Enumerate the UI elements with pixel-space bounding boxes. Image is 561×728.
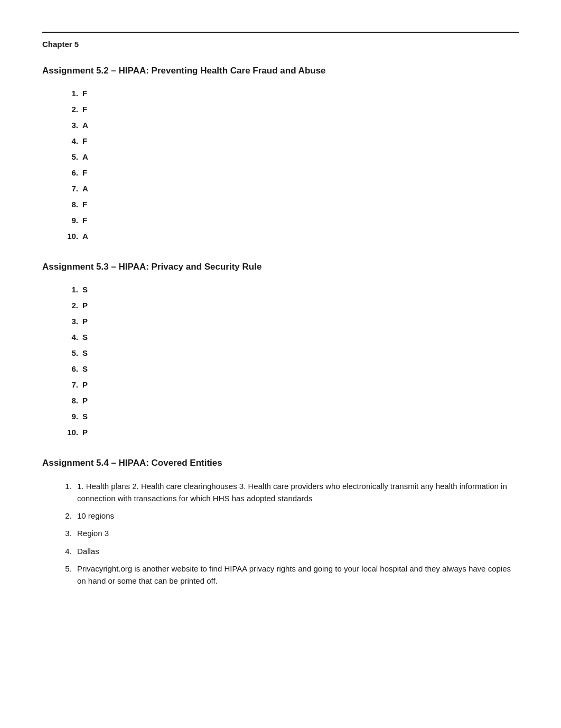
- list-item: 4.S: [63, 331, 519, 344]
- item-number: 7.: [63, 182, 78, 195]
- assignment-5-2-list: 1.F2.F3.A4.F5.A6.F7.A8.F9.F10.A: [42, 87, 519, 243]
- item-answer: S: [82, 331, 88, 344]
- item-number: 7.: [63, 379, 78, 391]
- list-item: 9.S: [63, 410, 519, 423]
- item-number: 3.: [63, 315, 78, 328]
- list-item: 10 regions: [74, 510, 519, 522]
- assignment-5-3-title: Assignment 5.3 – HIPAA: Privacy and Secu…: [42, 260, 519, 274]
- item-number: 10.: [63, 230, 78, 243]
- assignment-5-2-block: Assignment 5.2 – HIPAA: Preventing Healt…: [42, 63, 519, 243]
- assignment-5-4-title: Assignment 5.4 – HIPAA: Covered Entities: [42, 456, 519, 470]
- item-answer: P: [82, 315, 88, 328]
- list-item: 7.P: [63, 379, 519, 391]
- item-answer: P: [82, 394, 88, 407]
- item-answer: F: [82, 214, 87, 227]
- item-number: 8.: [63, 198, 78, 211]
- list-item: 9.F: [63, 214, 519, 227]
- item-answer: F: [82, 87, 87, 100]
- item-number: 1.: [63, 87, 78, 100]
- item-answer: P: [82, 299, 88, 312]
- item-answer: S: [82, 410, 88, 423]
- item-number: 4.: [63, 135, 78, 148]
- item-answer: A: [82, 119, 88, 132]
- list-item: 10.A: [63, 230, 519, 243]
- item-number: 2.: [63, 103, 78, 116]
- assignment-5-2-title: Assignment 5.2 – HIPAA: Preventing Healt…: [42, 63, 519, 78]
- item-answer: A: [82, 182, 88, 195]
- item-answer: A: [82, 230, 88, 243]
- item-number: 1.: [63, 283, 78, 296]
- item-number: 4.: [63, 331, 78, 344]
- item-answer: S: [82, 363, 88, 375]
- item-number: 8.: [63, 394, 78, 407]
- item-number: 6.: [63, 167, 78, 179]
- item-answer: F: [82, 103, 87, 116]
- item-answer: A: [82, 151, 88, 163]
- chapter-title: Chapter 5: [42, 32, 519, 51]
- list-item: 1.F: [63, 87, 519, 100]
- list-item: 8.P: [63, 394, 519, 407]
- assignment-5-4-list: 1. Health plans 2. Health care clearingh…: [42, 480, 519, 587]
- list-item: 1. Health plans 2. Health care clearingh…: [74, 480, 519, 505]
- item-answer: F: [82, 135, 87, 148]
- list-item: Privacyright.org is another website to f…: [74, 563, 519, 587]
- list-item: 5.A: [63, 151, 519, 163]
- list-item: 10.P: [63, 426, 519, 439]
- assignment-5-4-block: Assignment 5.4 – HIPAA: Covered Entities…: [42, 456, 519, 587]
- list-item: 7.A: [63, 182, 519, 195]
- list-item: 4.F: [63, 135, 519, 148]
- list-item: 3.A: [63, 119, 519, 132]
- list-item: 2.F: [63, 103, 519, 116]
- item-answer: S: [82, 283, 88, 296]
- item-answer: F: [82, 198, 87, 211]
- assignment-5-3-block: Assignment 5.3 – HIPAA: Privacy and Secu…: [42, 260, 519, 439]
- list-item: 5.S: [63, 347, 519, 360]
- item-number: 3.: [63, 119, 78, 132]
- item-number: 10.: [63, 426, 78, 439]
- item-number: 6.: [63, 363, 78, 375]
- list-item: Region 3: [74, 527, 519, 539]
- item-answer: P: [82, 379, 88, 391]
- list-item: 1.S: [63, 283, 519, 296]
- item-answer: P: [82, 426, 88, 439]
- list-item: 2.P: [63, 299, 519, 312]
- list-item: 6.S: [63, 363, 519, 375]
- item-number: 5.: [63, 151, 78, 163]
- item-answer: F: [82, 167, 87, 179]
- item-answer: S: [82, 347, 88, 360]
- list-item: 6.F: [63, 167, 519, 179]
- item-number: 9.: [63, 214, 78, 227]
- list-item: Dallas: [74, 545, 519, 557]
- list-item: 8.F: [63, 198, 519, 211]
- item-number: 2.: [63, 299, 78, 312]
- item-number: 9.: [63, 410, 78, 423]
- list-item: 3.P: [63, 315, 519, 328]
- assignment-5-3-list: 1.S2.P3.P4.S5.S6.S7.P8.P9.S10.P: [42, 283, 519, 439]
- item-number: 5.: [63, 347, 78, 360]
